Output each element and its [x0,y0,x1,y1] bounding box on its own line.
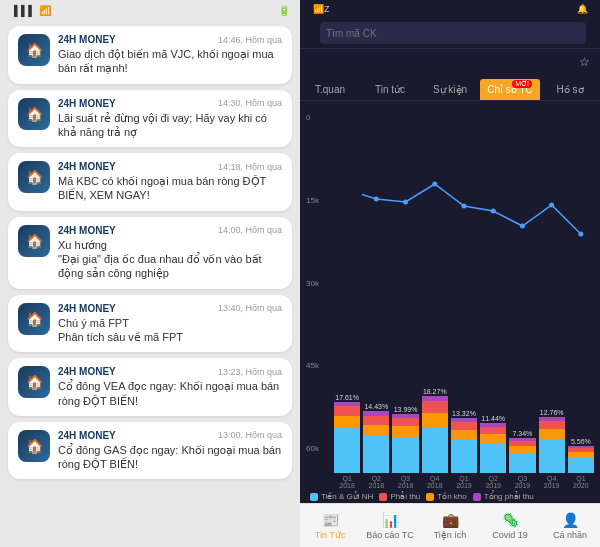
bar-segment [363,416,389,425]
bar-percentage: 13.99% [394,406,418,413]
right-status-right: 🔔 [577,4,590,14]
bar-segment [334,406,360,416]
left-status-bar: ▌▌▌ 📶 🔋 [0,0,300,20]
alarm-icon: 🔔 [577,4,588,14]
bar-percentage: 12.76% [540,409,564,416]
notification-card[interactable]: 24H MONEY 13:40, Hôm qua Chú ý mã FPTPhâ… [8,295,292,353]
tabs-row: T.quanTin tứcSự kiệnChỉ số TCMỚIHồ sơ [300,79,600,101]
tab-sựkiện[interactable]: Sự kiện [420,79,480,100]
notification-card[interactable]: 24H MONEY 13:00, Hôm qua Cổ đông GAS đọc… [8,422,292,480]
legend-item: Tổng phải thu [473,492,534,501]
bar-percentage: 5.56% [571,438,591,445]
nav-item-tiệních[interactable]: 💼Tiện ích [420,504,480,547]
notif-text: Giao dịch đột biến mã VJC, khối ngoại mu… [58,47,282,76]
bar-group: 18.27% [422,388,448,473]
bar-segment [363,435,389,473]
notif-text: Cổ đông GAS đọc ngay: Khối ngoại mua bán… [58,443,282,472]
nav-icon: 🦠 [502,512,519,528]
notif-body: 24H MONEY 14:18, Hôm qua Mã KBC có khối … [58,161,282,203]
left-panel: ▌▌▌ 📶 🔋 24H MONEY 14:46, Hôm qua Giao dị… [0,0,300,547]
notif-source: 24H MONEY [58,34,116,45]
notif-time: 14:46, Hôm qua [218,35,282,45]
notif-icon [18,34,50,66]
notif-time: 13:00, Hôm qua [218,430,282,440]
notif-time: 14:18, Hôm qua [218,162,282,172]
bar-segment [392,437,418,473]
x-label: Q3 2018 [392,475,418,489]
bar-segment [451,439,477,473]
notif-text: Lãi suất rẻ đừng vội đi vay; Hãy vay khi… [58,111,282,140]
tab-t.quan[interactable]: T.quan [300,79,360,100]
bar-group: 13.32% [451,410,477,473]
notif-body: 24H MONEY 14:30, Hôm qua Lãi suất rẻ đừn… [58,98,282,140]
star-icon: ☆ [579,55,590,69]
notification-card[interactable]: 24H MONEY 13:23, Hôm qua Cổ đông VEA đọc… [8,358,292,416]
bar-segment [334,428,360,473]
bar-percentage: 11.44% [481,415,505,422]
x-label: Q1 2018 [334,475,360,489]
notif-text: Xu hướng"Đại gia" địa ốc đua nhau đổ vốn… [58,238,282,281]
nav-icon: 📊 [382,512,399,528]
x-label: Q3 2019 [509,475,535,489]
notif-icon [18,366,50,398]
notif-body: 24H MONEY 13:23, Hôm qua Cổ đông VEA đọc… [58,366,282,408]
tab-tintức[interactable]: Tin tức [360,79,420,100]
x-labels: Q1 2018Q2 2018Q3 2018Q4 2018Q1 2019Q2 20… [334,475,594,489]
legend-dot [379,493,387,501]
nav-label: Cá nhân [553,530,587,540]
bar-segment [480,443,506,473]
nav-item-covid19[interactable]: 🦠Covid 19 [480,504,540,547]
x-label: Q1 2019 [451,475,477,489]
chart-area: 60k45k30k15k0 17.61%14.43%13.99%18.27%13… [300,101,600,503]
y-label: 45k [306,361,334,370]
bar-segment [480,434,506,443]
notif-body: 24H MONEY 14:00, Hôm qua Xu hướng"Đại gi… [58,225,282,281]
app-header [300,18,600,49]
legend-dot [310,493,318,501]
x-label: Q1 2020 [568,475,594,489]
bar-segment [539,429,565,439]
notification-card[interactable]: 24H MONEY 14:46, Hôm qua Giao dịch đột b… [8,26,292,84]
bar-segment [568,458,594,473]
tab-hồsơ[interactable]: Hồ sơ [540,79,600,100]
right-panel: 📶Z 🔔 ☆ [300,0,600,547]
notification-card[interactable]: 24H MONEY 14:18, Hôm qua Mã KBC có khối … [8,153,292,211]
y-label: 60k [306,444,334,453]
legend-label: Tiền & Gửi NH [321,492,373,501]
status-icons: 📶Z [313,4,330,14]
legend-dot [426,493,434,501]
y-label: 15k [306,196,334,205]
bar-group: 5.56% [568,438,594,473]
bar-group: 11.44% [480,415,506,473]
left-battery: 🔋 [275,5,290,16]
notif-source: 24H MONEY [58,366,116,377]
bar-segment [422,427,448,473]
wifi-icon: 📶 [39,5,51,16]
legend-item: Tiền & Gửi NH [310,492,373,501]
tab-chỉsốtc[interactable]: Chỉ số TCMỚI [480,79,540,100]
bar-group: 13.99% [392,406,418,473]
bar-group: 17.61% [334,394,360,473]
nav-item-cánhân[interactable]: 👤Cá nhân [540,504,600,547]
notification-card[interactable]: 24H MONEY 14:30, Hôm qua Lãi suất rẻ đừn… [8,90,292,148]
notification-card[interactable]: 24H MONEY 14:00, Hôm qua Xu hướng"Đại gi… [8,217,292,289]
search-input[interactable] [320,22,586,44]
notif-icon [18,430,50,462]
bar-segment [422,413,448,427]
stock-info: ☆ [300,49,600,79]
bar-percentage: 17.61% [335,394,359,401]
bar-segment [422,401,448,413]
legend-item: Phải thu [379,492,420,501]
notif-time: 14:00, Hôm qua [218,225,282,235]
right-status-bar: 📶Z 🔔 [300,0,600,18]
notif-text: Chú ý mã FPTPhân tích sâu về mã FPT [58,316,282,345]
nav-item-báocáotc[interactable]: 📊Báo cáo TC [360,504,420,547]
follow-button[interactable]: ☆ [576,55,590,69]
notif-source: 24H MONEY [58,225,116,236]
bar-percentage: 18.27% [423,388,447,395]
nav-item-tintức[interactable]: 📰Tin Tức [300,504,360,547]
signal-icon: ▌▌▌ [14,5,35,16]
bar-group: 7.34% [509,430,535,473]
notif-time: 13:23, Hôm qua [218,367,282,377]
battery-icon: 🔋 [278,5,290,16]
